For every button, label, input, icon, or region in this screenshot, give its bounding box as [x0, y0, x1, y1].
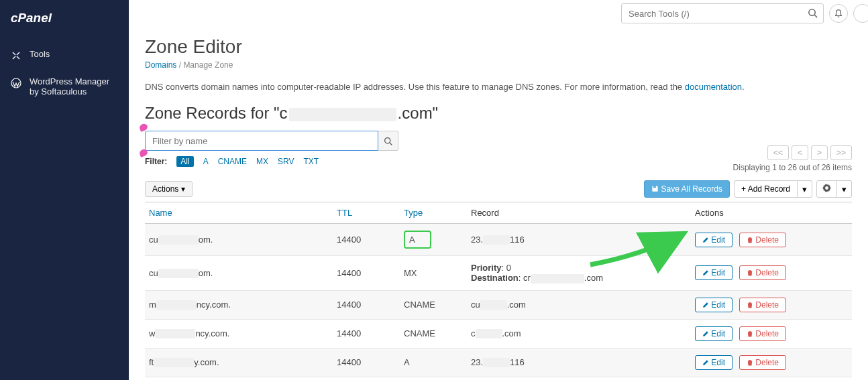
filter-tag-all[interactable]: All: [176, 156, 193, 167]
edit-button[interactable]: Edit: [695, 326, 733, 341]
delete-button[interactable]: Delete: [739, 233, 786, 247]
pencil-icon: [702, 302, 709, 308]
filter-tag-cname[interactable]: CNAME: [218, 157, 247, 166]
trash-icon: [747, 269, 753, 276]
cpanel-logo-icon: cPanel: [11, 9, 71, 28]
cell-type: CNAME: [400, 290, 467, 319]
zone-records-title: Zone Records for "c.com": [145, 104, 852, 123]
table-row: cuom. 14400 A 23.116 Edit Delete: [145, 224, 852, 256]
search-tools-wrap[interactable]: [621, 3, 824, 23]
cell-name: cuom.: [145, 224, 333, 256]
cell-actions: Edit Delete: [691, 290, 852, 319]
zone-records-table: Name TTL Type Record Actions cuom. 14400…: [145, 202, 852, 380]
filter-search-button[interactable]: [378, 131, 398, 151]
svg-point-3: [385, 137, 390, 143]
sidebar-item-tools[interactable]: Tools: [0, 42, 129, 70]
col-record: Record: [467, 202, 691, 224]
cell-record: 23.116: [467, 348, 691, 377]
cell-ttl: 14400: [333, 224, 400, 256]
pencil-icon: [702, 359, 709, 366]
cell-actions: Edit Delete: [691, 256, 852, 291]
cell-ttl: 14400: [333, 377, 400, 380]
col-name[interactable]: Name: [145, 202, 333, 224]
add-record-dropdown[interactable]: ▾: [798, 180, 812, 198]
cell-record: v=spf1 ip4:236 ip4:136.16 +a +mx ~all: [467, 377, 691, 380]
cell-name: cuom.: [145, 377, 333, 380]
settings-dropdown[interactable]: ▾: [837, 180, 852, 198]
display-count: Displaying 1 to 26 out of 26 items: [145, 163, 852, 172]
sidebar-item-label: WordPress Manager by Softaculous: [30, 76, 118, 97]
col-type[interactable]: Type: [400, 202, 467, 224]
sidebar: cPanel Tools WordPress Manager by Softac…: [0, 0, 129, 380]
filter-input-group: [145, 131, 398, 151]
cell-actions: Edit Delete: [691, 348, 852, 377]
col-ttl[interactable]: TTL: [333, 202, 400, 224]
cell-type: CNAME: [400, 319, 467, 348]
table-row: cuom. 14400 TXT v=spf1 ip4:236 ip4:136.1…: [145, 377, 852, 380]
cell-ttl: 14400: [333, 290, 400, 319]
edit-button[interactable]: Edit: [695, 265, 733, 280]
cell-record: Priority: 0Destination: cr.com: [467, 256, 691, 291]
delete-button[interactable]: Delete: [739, 355, 786, 370]
topbar: [129, 0, 868, 27]
delete-button[interactable]: Delete: [739, 265, 786, 280]
cell-type: TXT: [400, 377, 467, 380]
redacted-text: [476, 329, 502, 338]
redacted-text: [480, 300, 507, 310]
delete-button[interactable]: Delete: [739, 298, 786, 312]
filter-tag-srv[interactable]: SRV: [278, 157, 294, 166]
delete-button[interactable]: Delete: [739, 326, 786, 341]
filter-label: Filter:: [145, 157, 167, 166]
cell-record: cu.com: [467, 290, 691, 319]
sidebar-item-label: Tools: [30, 49, 50, 59]
filter-by-name-input[interactable]: [145, 131, 378, 151]
table-row: cuom. 14400 MX Priority: 0Destination: c…: [145, 256, 852, 291]
save-icon: [651, 185, 659, 192]
page-description: DNS converts domain names into computer-…: [145, 82, 852, 92]
cell-name: fty.com.: [145, 348, 333, 377]
wordpress-icon: [11, 78, 23, 90]
trash-icon: [747, 359, 753, 366]
page-title: Zone Editor: [145, 36, 852, 58]
cell-actions: Edit Delete: [691, 319, 852, 348]
cell-name: wncy.com.: [145, 319, 333, 348]
redacted-text: [155, 329, 195, 338]
filter-tag-a[interactable]: A: [203, 157, 209, 166]
breadcrumb-parent[interactable]: Domains: [145, 60, 176, 70]
documentation-link[interactable]: documentation: [685, 82, 742, 92]
cell-actions: Edit Delete: [691, 377, 852, 380]
redacted-text: [156, 300, 197, 310]
search-icon[interactable]: [808, 8, 818, 20]
search-tools-input[interactable]: [629, 9, 803, 19]
redacted-text: [483, 358, 510, 367]
cell-ttl: 14400: [333, 256, 400, 291]
breadcrumb: Domains / Manage Zone: [145, 60, 852, 70]
edit-button[interactable]: Edit: [695, 298, 733, 312]
cell-ttl: 14400: [333, 319, 400, 348]
add-record-button[interactable]: + Add Record: [734, 180, 798, 198]
user-menu-button[interactable]: [853, 4, 868, 23]
actions-dropdown[interactable]: Actions ▾: [145, 181, 193, 197]
redacted-text: [531, 274, 584, 283]
redacted-domain: [289, 108, 396, 121]
edit-button[interactable]: Edit: [695, 355, 733, 370]
col-actions: Actions: [691, 202, 852, 224]
filter-tag-mx[interactable]: MX: [256, 157, 268, 166]
svg-text:cPanel: cPanel: [11, 11, 52, 25]
settings-button[interactable]: [816, 180, 837, 198]
cell-record: c.com: [467, 319, 691, 348]
gear-icon: [822, 184, 831, 192]
cell-type: A: [400, 348, 467, 377]
save-all-records-button[interactable]: Save All Records: [644, 180, 730, 198]
notifications-button[interactable]: [829, 4, 848, 23]
cell-type: A: [400, 224, 467, 256]
edit-button[interactable]: Edit: [695, 233, 733, 247]
sidebar-item-wordpress-manager[interactable]: WordPress Manager by Softaculous: [0, 70, 129, 103]
trash-icon: [747, 237, 753, 243]
trash-icon: [747, 302, 753, 308]
cell-actions: Edit Delete: [691, 224, 852, 256]
filter-tag-txt[interactable]: TXT: [304, 157, 319, 166]
pencil-icon: [702, 269, 709, 276]
redacted-text: [154, 358, 194, 367]
cell-name: cuom.: [145, 256, 333, 291]
